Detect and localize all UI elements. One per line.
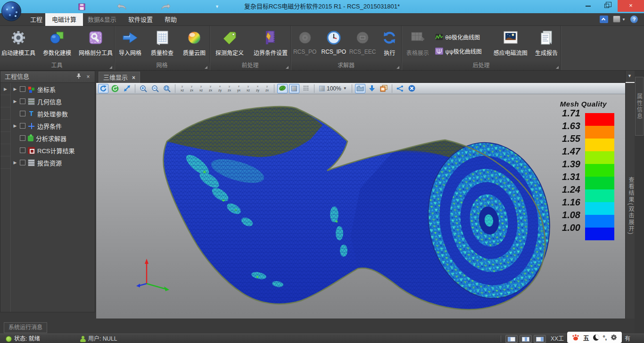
- rcs-ipo-solver-button[interactable]: RCS_IPO: [320, 27, 347, 61]
- ime-mode-button[interactable]: 五: [583, 333, 589, 342]
- probe-angle-button[interactable]: 探测角定义: [210, 27, 249, 61]
- pin-button[interactable]: [75, 73, 83, 81]
- import-mesh-button[interactable]: 导入网格: [115, 27, 145, 61]
- view-back-button[interactable]: [188, 84, 196, 93]
- mesh-partition-tool-button[interactable]: 网格剖分工具: [77, 27, 114, 61]
- ime-toolbar[interactable]: 五 °,: [567, 332, 622, 343]
- restore-button[interactable]: [600, 0, 614, 10]
- rcs-eec-solver-button[interactable]: RCS_EEC: [349, 27, 376, 61]
- ime-punctuation-button[interactable]: °,: [603, 334, 607, 341]
- checkbox[interactable]: [20, 160, 25, 165]
- tree-item-boundary-conditions[interactable]: ▶ 边界条件: [11, 120, 95, 132]
- table-display-button[interactable]: 表格展示: [402, 27, 433, 61]
- style-picker-button[interactable]: [613, 16, 620, 23]
- zoom-in-button[interactable]: [138, 84, 149, 93]
- expander-icon[interactable]: ▶: [13, 87, 17, 91]
- group-expand-icon[interactable]: [205, 66, 207, 69]
- rotate-view-button[interactable]: [98, 84, 108, 93]
- zoom-out-button[interactable]: [150, 84, 160, 93]
- status-indicator: 状态: 就绪: [6, 334, 40, 343]
- tree-item-preprocess-params[interactable]: T 前处理参数: [11, 107, 95, 120]
- execute-button[interactable]: 执行: [378, 27, 401, 61]
- 3d-canvas[interactable]: Mesh Quality 1.711.63 1.551.47 1.391.31 …: [96, 94, 625, 318]
- close-view-button[interactable]: [407, 84, 417, 93]
- tree-item-analysis-solver[interactable]: 分析求解器: [11, 132, 95, 144]
- view-right-button[interactable]: [225, 84, 233, 93]
- quality-check-button[interactable]: 质量检查: [147, 27, 177, 61]
- view-top-button[interactable]: [197, 84, 205, 93]
- fit-view-button[interactable]: [122, 84, 132, 93]
- group-expand-icon[interactable]: [286, 66, 289, 69]
- view-iso-1-button[interactable]: [235, 84, 243, 93]
- checkbox[interactable]: [20, 135, 25, 141]
- psi-polarization-curve-button[interactable]: ψψ极化曲线图: [435, 46, 489, 56]
- share-export-button[interactable]: [395, 84, 405, 93]
- ime-logo-paw-icon[interactable]: [572, 334, 579, 341]
- tab-overflow-dropdown[interactable]: ▼: [627, 74, 632, 78]
- style-picker-dropdown[interactable]: ▼: [622, 17, 626, 22]
- quality-contour-button[interactable]: 质量云图: [179, 27, 209, 61]
- zoom-dropdown-icon[interactable]: ▼: [343, 86, 347, 90]
- property-info-tab[interactable]: 属性信息: [635, 77, 644, 136]
- view-iso-4-button[interactable]: [263, 84, 271, 93]
- close-button[interactable]: ×: [618, 0, 644, 12]
- wireframe-mode-button[interactable]: [301, 84, 311, 93]
- view-results-tab[interactable]: 查看结果(双击展开): [627, 177, 635, 235]
- panel-close-button[interactable]: ×: [84, 73, 92, 81]
- minimize-button[interactable]: [581, 0, 595, 10]
- surface-mode-button[interactable]: [289, 84, 299, 93]
- layout-left-button[interactable]: [505, 335, 518, 343]
- ime-settings-gear-icon[interactable]: [611, 334, 617, 341]
- zoom-level-control[interactable]: 100% ▼: [317, 84, 349, 93]
- expander-icon[interactable]: ▶: [13, 99, 17, 104]
- application-logo[interactable]: [1, 1, 21, 21]
- group-expand-icon[interactable]: [556, 66, 559, 69]
- tree-item-rcs-results[interactable]: RCS计算结果: [11, 144, 95, 156]
- tab-3d-display[interactable]: 三维显示 ×: [99, 72, 140, 83]
- layout-middle-button[interactable]: [520, 335, 532, 343]
- boundary-condition-button[interactable]: 边界条件设置: [251, 27, 290, 61]
- menu-software-settings[interactable]: 软件设置: [122, 13, 159, 26]
- checkbox[interactable]: [20, 86, 25, 92]
- view-iso-3-button[interactable]: [254, 84, 262, 93]
- zoom-extents-button[interactable]: [162, 84, 172, 93]
- induced-current-map-button[interactable]: 感应电磁流图: [490, 27, 530, 61]
- tab-close-icon[interactable]: ×: [132, 73, 135, 83]
- screenshot-save-button[interactable]: [367, 84, 377, 93]
- region-select-button[interactable]: [355, 84, 365, 93]
- checkbox[interactable]: [20, 147, 25, 153]
- rcs-po-solver-button[interactable]: RCS_PO: [291, 27, 318, 61]
- view-left-button[interactable]: [216, 84, 224, 93]
- expander-icon[interactable]: ▶: [13, 123, 17, 128]
- group-expand-icon[interactable]: [396, 66, 399, 69]
- view-bottom-button[interactable]: [206, 84, 215, 93]
- expander-icon[interactable]: ▶: [13, 160, 17, 165]
- help-button[interactable]: ?: [630, 16, 638, 23]
- checkbox[interactable]: [20, 123, 25, 129]
- gutter-expander[interactable]: ▶: [0, 83, 10, 95]
- group-expand-icon[interactable]: [109, 66, 112, 69]
- window-layers-button[interactable]: [379, 84, 389, 93]
- launch-modeling-tool-button[interactable]: 启动建模工具: [0, 27, 37, 61]
- tree-item-geometry-info[interactable]: ▶ 几何信息: [11, 95, 95, 107]
- tree-item-report-resources[interactable]: ▶ 报告资源: [11, 156, 95, 169]
- report-resource-icon: [28, 159, 35, 166]
- shaded-mode-button[interactable]: [277, 84, 288, 93]
- menu-data-display[interactable]: 数据&显示: [81, 13, 123, 26]
- menu-help[interactable]: 帮助: [158, 13, 183, 26]
- theta-polarization-curve-button[interactable]: θθ极化曲线图: [435, 32, 489, 42]
- layout-right-button[interactable]: [534, 335, 546, 343]
- view-iso-2-button[interactable]: [244, 84, 252, 93]
- parametric-modeling-button[interactable]: 参数化建模: [39, 27, 75, 61]
- refresh-icon: [111, 85, 119, 92]
- refresh-view-button[interactable]: [110, 84, 120, 93]
- generate-report-button[interactable]: 生成报告: [532, 27, 561, 61]
- system-messages-tab[interactable]: 系统运行消息: [4, 322, 47, 333]
- ribbon-collapse-button[interactable]: [600, 16, 608, 23]
- checkbox[interactable]: [20, 98, 25, 104]
- menu-em-computation[interactable]: 电磁计算: [45, 13, 83, 26]
- view-front-button[interactable]: [178, 84, 186, 93]
- ime-fullhalf-moon-icon[interactable]: [593, 335, 599, 341]
- checkbox[interactable]: [20, 111, 25, 116]
- tree-item-coordinate-system[interactable]: ▶ 坐标系: [11, 83, 95, 95]
